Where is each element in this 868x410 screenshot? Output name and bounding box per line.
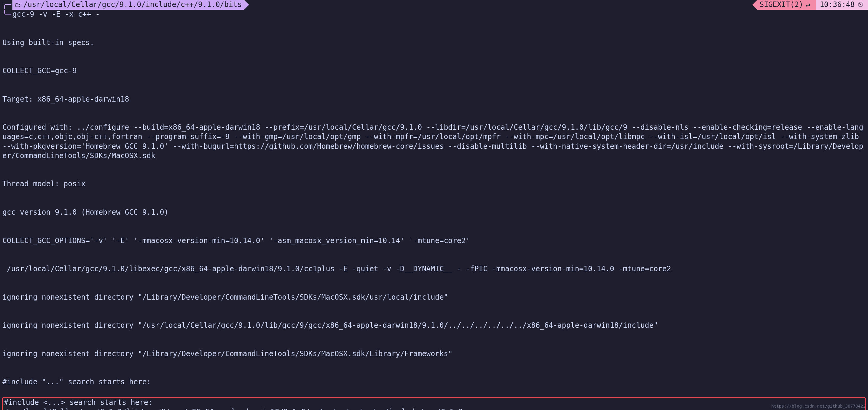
highlighted-search-paths: #include <...> search starts here: /usr/… bbox=[2, 397, 866, 410]
sigexit-label: SIGEXIT(2) bbox=[760, 0, 803, 9]
output-line: Configured with: ../configure --build=x8… bbox=[2, 123, 866, 161]
terminal-output: Using built-in specs. COLLECT_GCC=gcc-9 … bbox=[0, 19, 868, 397]
output-line: COLLECT_GCC=gcc-9 bbox=[2, 66, 866, 75]
output-line: Using built-in specs. bbox=[2, 38, 866, 48]
output-line: ignoring nonexistent directory "/Library… bbox=[2, 349, 866, 358]
time-value: 10:36:48 bbox=[819, 0, 855, 9]
current-path: /usr/local/Cellar/gcc/9.1.0/include/c++/… bbox=[23, 0, 242, 9]
output-line: ignoring nonexistent directory "/Library… bbox=[2, 293, 866, 302]
output-line: COLLECT_GCC_OPTIONS='-v' '-E' '-mmacosx-… bbox=[2, 236, 866, 246]
command-text: gcc-9 -v -E -x c++ - bbox=[12, 10, 100, 19]
prompt-connector-icon: ╰─ bbox=[2, 10, 11, 19]
right-status-badges: SIGEXIT(2) ↵ 10:36:48 ⏲ bbox=[752, 0, 868, 10]
folder-icon: 🗁 bbox=[15, 1, 21, 9]
watermark: https://blog.csdn.net/github_36778422 bbox=[771, 403, 866, 409]
output-line: /usr/local/Cellar/gcc/9.1.0/libexec/gcc/… bbox=[2, 264, 866, 274]
path-badge: 🗁 /usr/local/Cellar/gcc/9.1.0/include/c+… bbox=[12, 0, 249, 10]
output-line: #include "..." search starts here: bbox=[2, 377, 866, 387]
status-bar: ╭─ 🗁 /usr/local/Cellar/gcc/9.1.0/include… bbox=[0, 0, 868, 10]
output-line: Target: x86_64-apple-darwin18 bbox=[2, 95, 866, 104]
time-badge: 10:36:48 ⏲ bbox=[816, 0, 868, 10]
output-line: /usr/local/Cellar/gcc/9.1.0/lib/gcc/9/gc… bbox=[4, 407, 864, 410]
output-line: Thread model: posix bbox=[2, 179, 866, 189]
clock-icon: ⏲ bbox=[857, 0, 864, 9]
output-line: #include <...> search starts here: bbox=[4, 398, 864, 407]
output-line: gcc version 9.1.0 (Homebrew GCC 9.1.0) bbox=[2, 208, 866, 217]
output-line: ignoring nonexistent directory "/usr/loc… bbox=[2, 321, 866, 330]
return-icon: ↵ bbox=[806, 0, 810, 9]
prompt-arrow-icon: ╭─ bbox=[2, 0, 12, 9]
sigexit-badge: SIGEXIT(2) ↵ bbox=[752, 0, 816, 10]
prompt-line[interactable]: ╰─ gcc-9 -v -E -x c++ - bbox=[0, 10, 868, 19]
